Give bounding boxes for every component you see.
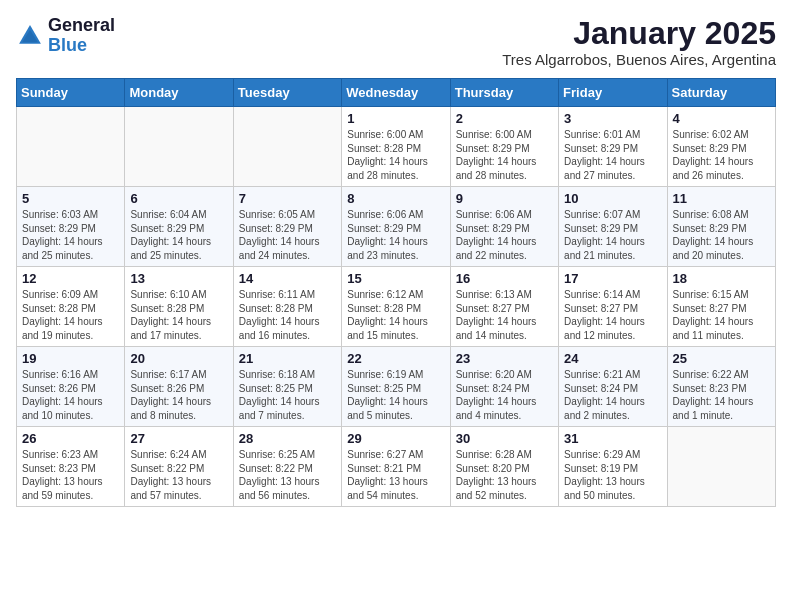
calendar-cell: 13Sunrise: 6:10 AM Sunset: 8:28 PM Dayli… — [125, 267, 233, 347]
calendar-week-row: 19Sunrise: 6:16 AM Sunset: 8:26 PM Dayli… — [17, 347, 776, 427]
calendar-cell: 16Sunrise: 6:13 AM Sunset: 8:27 PM Dayli… — [450, 267, 558, 347]
calendar-cell: 18Sunrise: 6:15 AM Sunset: 8:27 PM Dayli… — [667, 267, 775, 347]
calendar-cell: 22Sunrise: 6:19 AM Sunset: 8:25 PM Dayli… — [342, 347, 450, 427]
day-info: Sunrise: 6:06 AM Sunset: 8:29 PM Dayligh… — [456, 208, 553, 262]
day-number: 23 — [456, 351, 553, 366]
calendar-cell: 28Sunrise: 6:25 AM Sunset: 8:22 PM Dayli… — [233, 427, 341, 507]
day-info: Sunrise: 6:11 AM Sunset: 8:28 PM Dayligh… — [239, 288, 336, 342]
day-info: Sunrise: 6:19 AM Sunset: 8:25 PM Dayligh… — [347, 368, 444, 422]
day-number: 26 — [22, 431, 119, 446]
calendar-cell: 23Sunrise: 6:20 AM Sunset: 8:24 PM Dayli… — [450, 347, 558, 427]
page-header: General Blue January 2025 Tres Algarrobo… — [16, 16, 776, 68]
day-number: 2 — [456, 111, 553, 126]
day-info: Sunrise: 6:25 AM Sunset: 8:22 PM Dayligh… — [239, 448, 336, 502]
weekday-header-friday: Friday — [559, 79, 667, 107]
day-info: Sunrise: 6:13 AM Sunset: 8:27 PM Dayligh… — [456, 288, 553, 342]
calendar-cell — [17, 107, 125, 187]
day-number: 3 — [564, 111, 661, 126]
calendar-cell: 30Sunrise: 6:28 AM Sunset: 8:20 PM Dayli… — [450, 427, 558, 507]
day-number: 19 — [22, 351, 119, 366]
day-number: 8 — [347, 191, 444, 206]
calendar-cell: 4Sunrise: 6:02 AM Sunset: 8:29 PM Daylig… — [667, 107, 775, 187]
calendar-cell: 2Sunrise: 6:00 AM Sunset: 8:29 PM Daylig… — [450, 107, 558, 187]
day-number: 28 — [239, 431, 336, 446]
calendar-cell: 6Sunrise: 6:04 AM Sunset: 8:29 PM Daylig… — [125, 187, 233, 267]
day-number: 12 — [22, 271, 119, 286]
day-info: Sunrise: 6:04 AM Sunset: 8:29 PM Dayligh… — [130, 208, 227, 262]
day-info: Sunrise: 6:12 AM Sunset: 8:28 PM Dayligh… — [347, 288, 444, 342]
day-number: 6 — [130, 191, 227, 206]
calendar-cell — [125, 107, 233, 187]
calendar-cell: 17Sunrise: 6:14 AM Sunset: 8:27 PM Dayli… — [559, 267, 667, 347]
day-info: Sunrise: 6:00 AM Sunset: 8:29 PM Dayligh… — [456, 128, 553, 182]
calendar-cell: 15Sunrise: 6:12 AM Sunset: 8:28 PM Dayli… — [342, 267, 450, 347]
calendar-cell: 29Sunrise: 6:27 AM Sunset: 8:21 PM Dayli… — [342, 427, 450, 507]
day-info: Sunrise: 6:18 AM Sunset: 8:25 PM Dayligh… — [239, 368, 336, 422]
calendar-cell: 19Sunrise: 6:16 AM Sunset: 8:26 PM Dayli… — [17, 347, 125, 427]
calendar-cell: 9Sunrise: 6:06 AM Sunset: 8:29 PM Daylig… — [450, 187, 558, 267]
logo-blue-text: Blue — [48, 36, 115, 56]
weekday-header-monday: Monday — [125, 79, 233, 107]
day-info: Sunrise: 6:02 AM Sunset: 8:29 PM Dayligh… — [673, 128, 770, 182]
day-info: Sunrise: 6:22 AM Sunset: 8:23 PM Dayligh… — [673, 368, 770, 422]
logo: General Blue — [16, 16, 115, 56]
calendar-cell: 7Sunrise: 6:05 AM Sunset: 8:29 PM Daylig… — [233, 187, 341, 267]
day-info: Sunrise: 6:17 AM Sunset: 8:26 PM Dayligh… — [130, 368, 227, 422]
day-info: Sunrise: 6:21 AM Sunset: 8:24 PM Dayligh… — [564, 368, 661, 422]
calendar-cell: 24Sunrise: 6:21 AM Sunset: 8:24 PM Dayli… — [559, 347, 667, 427]
day-info: Sunrise: 6:28 AM Sunset: 8:20 PM Dayligh… — [456, 448, 553, 502]
day-number: 16 — [456, 271, 553, 286]
logo-icon — [16, 22, 44, 50]
day-number: 20 — [130, 351, 227, 366]
weekday-header-saturday: Saturday — [667, 79, 775, 107]
calendar-cell: 11Sunrise: 6:08 AM Sunset: 8:29 PM Dayli… — [667, 187, 775, 267]
day-number: 29 — [347, 431, 444, 446]
day-number: 27 — [130, 431, 227, 446]
title-block: January 2025 Tres Algarrobos, Buenos Air… — [502, 16, 776, 68]
calendar-cell: 31Sunrise: 6:29 AM Sunset: 8:19 PM Dayli… — [559, 427, 667, 507]
day-info: Sunrise: 6:06 AM Sunset: 8:29 PM Dayligh… — [347, 208, 444, 262]
weekday-header-thursday: Thursday — [450, 79, 558, 107]
day-info: Sunrise: 6:16 AM Sunset: 8:26 PM Dayligh… — [22, 368, 119, 422]
day-number: 10 — [564, 191, 661, 206]
day-info: Sunrise: 6:09 AM Sunset: 8:28 PM Dayligh… — [22, 288, 119, 342]
day-number: 18 — [673, 271, 770, 286]
calendar-cell: 21Sunrise: 6:18 AM Sunset: 8:25 PM Dayli… — [233, 347, 341, 427]
calendar-cell: 12Sunrise: 6:09 AM Sunset: 8:28 PM Dayli… — [17, 267, 125, 347]
day-info: Sunrise: 6:20 AM Sunset: 8:24 PM Dayligh… — [456, 368, 553, 422]
calendar-cell: 1Sunrise: 6:00 AM Sunset: 8:28 PM Daylig… — [342, 107, 450, 187]
day-number: 14 — [239, 271, 336, 286]
calendar-cell: 25Sunrise: 6:22 AM Sunset: 8:23 PM Dayli… — [667, 347, 775, 427]
day-number: 7 — [239, 191, 336, 206]
day-number: 24 — [564, 351, 661, 366]
calendar-cell: 8Sunrise: 6:06 AM Sunset: 8:29 PM Daylig… — [342, 187, 450, 267]
day-info: Sunrise: 6:15 AM Sunset: 8:27 PM Dayligh… — [673, 288, 770, 342]
calendar-cell — [667, 427, 775, 507]
day-info: Sunrise: 6:29 AM Sunset: 8:19 PM Dayligh… — [564, 448, 661, 502]
location-title: Tres Algarrobos, Buenos Aires, Argentina — [502, 51, 776, 68]
day-info: Sunrise: 6:08 AM Sunset: 8:29 PM Dayligh… — [673, 208, 770, 262]
calendar-cell: 26Sunrise: 6:23 AM Sunset: 8:23 PM Dayli… — [17, 427, 125, 507]
month-title: January 2025 — [502, 16, 776, 51]
calendar-table: SundayMondayTuesdayWednesdayThursdayFrid… — [16, 78, 776, 507]
day-info: Sunrise: 6:07 AM Sunset: 8:29 PM Dayligh… — [564, 208, 661, 262]
day-number: 25 — [673, 351, 770, 366]
day-info: Sunrise: 6:05 AM Sunset: 8:29 PM Dayligh… — [239, 208, 336, 262]
day-number: 30 — [456, 431, 553, 446]
calendar-header-row: SundayMondayTuesdayWednesdayThursdayFrid… — [17, 79, 776, 107]
weekday-header-sunday: Sunday — [17, 79, 125, 107]
weekday-header-tuesday: Tuesday — [233, 79, 341, 107]
day-info: Sunrise: 6:00 AM Sunset: 8:28 PM Dayligh… — [347, 128, 444, 182]
calendar-week-row: 5Sunrise: 6:03 AM Sunset: 8:29 PM Daylig… — [17, 187, 776, 267]
weekday-header-wednesday: Wednesday — [342, 79, 450, 107]
calendar-week-row: 1Sunrise: 6:00 AM Sunset: 8:28 PM Daylig… — [17, 107, 776, 187]
calendar-cell: 3Sunrise: 6:01 AM Sunset: 8:29 PM Daylig… — [559, 107, 667, 187]
day-info: Sunrise: 6:24 AM Sunset: 8:22 PM Dayligh… — [130, 448, 227, 502]
day-number: 11 — [673, 191, 770, 206]
calendar-cell: 14Sunrise: 6:11 AM Sunset: 8:28 PM Dayli… — [233, 267, 341, 347]
day-number: 4 — [673, 111, 770, 126]
day-number: 21 — [239, 351, 336, 366]
day-number: 17 — [564, 271, 661, 286]
logo-general-text: General — [48, 16, 115, 36]
day-info: Sunrise: 6:03 AM Sunset: 8:29 PM Dayligh… — [22, 208, 119, 262]
